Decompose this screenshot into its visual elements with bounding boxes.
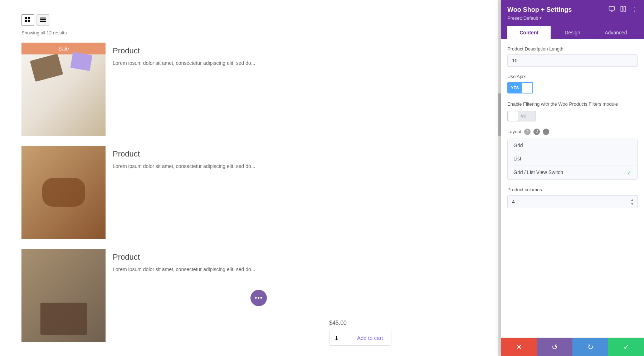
panel-title: Woo Shop + Settings xyxy=(507,6,572,14)
layout-group: Layout ? ↺ ⋮ Grid List Grid / List View … xyxy=(507,129,638,180)
svg-rect-10 xyxy=(621,6,623,11)
product-price: $45.00 xyxy=(329,320,347,326)
dots-icon: ••• xyxy=(255,294,263,302)
tab-content[interactable]: Content xyxy=(507,25,551,39)
product-thumbnail-2 xyxy=(21,146,106,239)
toggle-no-slider xyxy=(508,111,518,121)
main-content: Showing all 12 results Sale Product Lore… xyxy=(0,0,644,356)
add-to-cart-wrap: Add to cart xyxy=(329,330,391,346)
svg-rect-4 xyxy=(40,18,46,19)
undo-button[interactable]: ↺ xyxy=(537,338,572,356)
layout-help-icon[interactable]: ? xyxy=(524,129,531,135)
list-view-button[interactable] xyxy=(36,14,49,26)
add-to-cart-button[interactable]: Add to cart xyxy=(349,331,391,345)
sale-badge: Sale xyxy=(21,43,106,54)
panel-header: Woo Shop + Settings xyxy=(501,0,644,39)
use-ajax-group: Use Ajax YES xyxy=(507,74,638,93)
svg-rect-0 xyxy=(25,17,27,19)
panel-body: Product Description Length Use Ajax YES … xyxy=(501,39,644,337)
enable-filtering-group: Enable Filtering with the Woo Products F… xyxy=(507,101,638,121)
tab-advanced[interactable]: Advanced xyxy=(594,25,638,39)
redo-button[interactable]: ↻ xyxy=(572,338,608,356)
svg-rect-5 xyxy=(40,19,46,20)
selected-check-icon: ✓ xyxy=(627,169,631,176)
settings-panel: Woo Shop + Settings xyxy=(501,0,644,356)
enable-filtering-toggle[interactable]: NO xyxy=(507,111,536,121)
svg-rect-11 xyxy=(624,6,626,11)
panel-preset[interactable]: Preset: Default xyxy=(507,15,638,21)
layout-reset-icon[interactable]: ↺ xyxy=(533,129,540,135)
save-button[interactable]: ✓ xyxy=(608,338,644,356)
toggle-yes-label: YES xyxy=(508,83,522,93)
svg-rect-3 xyxy=(28,20,30,22)
scroll-thumb[interactable] xyxy=(498,93,501,136)
svg-rect-7 xyxy=(609,6,615,10)
svg-rect-6 xyxy=(40,21,46,22)
grid-view-button[interactable] xyxy=(21,14,34,26)
product-thumbnail-1 xyxy=(21,43,106,136)
product-description-length-group: Product Description Length xyxy=(507,46,638,67)
tab-design[interactable]: Design xyxy=(551,25,594,39)
scroll-track xyxy=(498,0,501,356)
layout-more-icon[interactable]: ⋮ xyxy=(543,129,549,135)
toggle-slider xyxy=(522,83,532,93)
layout-option-grid-list-switch[interactable]: Grid / List View Switch ✓ xyxy=(508,165,637,179)
layout-options: Grid List Grid / List View Switch ✓ xyxy=(507,139,638,180)
more-options-icon[interactable]: ⋮ xyxy=(631,6,638,14)
columns-icon[interactable] xyxy=(620,6,626,14)
layout-option-grid[interactable]: Grid xyxy=(508,139,637,152)
product-description-length-input[interactable] xyxy=(507,54,638,67)
svg-point-8 xyxy=(611,11,612,11)
toggle-no-label: NO xyxy=(518,114,529,118)
product-image-2 xyxy=(21,146,106,239)
product-columns-group: Product columns 1 2 3 4 5 6 ▲ ▼ xyxy=(507,187,638,208)
product-columns-select-wrap: 1 2 3 4 5 6 ▲ ▼ xyxy=(507,195,638,208)
product-image-3 xyxy=(21,249,106,342)
use-ajax-toggle[interactable]: YES xyxy=(507,82,533,93)
use-ajax-label: Use Ajax xyxy=(507,74,638,79)
quantity-input[interactable] xyxy=(330,330,349,345)
panel-header-icons: ⋮ xyxy=(609,6,638,14)
svg-rect-1 xyxy=(28,17,30,19)
panel-tabs: Content Design Advanced xyxy=(507,25,638,39)
product-image-1: Sale xyxy=(21,43,106,136)
responsive-icon[interactable] xyxy=(609,6,615,14)
product-thumbnail-3 xyxy=(21,249,106,342)
enable-filtering-label: Enable Filtering with the Woo Products F… xyxy=(507,101,638,108)
product-columns-label: Product columns xyxy=(507,187,638,192)
product-columns-select[interactable]: 1 2 3 4 5 6 xyxy=(507,195,638,208)
product-purchase-area: $45.00 Add to cart xyxy=(329,320,391,346)
layout-option-list[interactable]: List xyxy=(508,152,637,165)
svg-rect-2 xyxy=(25,20,27,22)
product-description-length-label: Product Description Length xyxy=(507,46,638,52)
panel-footer: ✕ ↺ ↻ ✓ xyxy=(501,337,644,356)
cancel-button[interactable]: ✕ xyxy=(501,338,537,356)
panel-title-row: Woo Shop + Settings xyxy=(507,6,638,14)
floating-dots-button[interactable]: ••• xyxy=(250,290,267,306)
layout-header: Layout ? ↺ ⋮ xyxy=(507,129,638,135)
layout-label: Layout xyxy=(507,129,521,134)
